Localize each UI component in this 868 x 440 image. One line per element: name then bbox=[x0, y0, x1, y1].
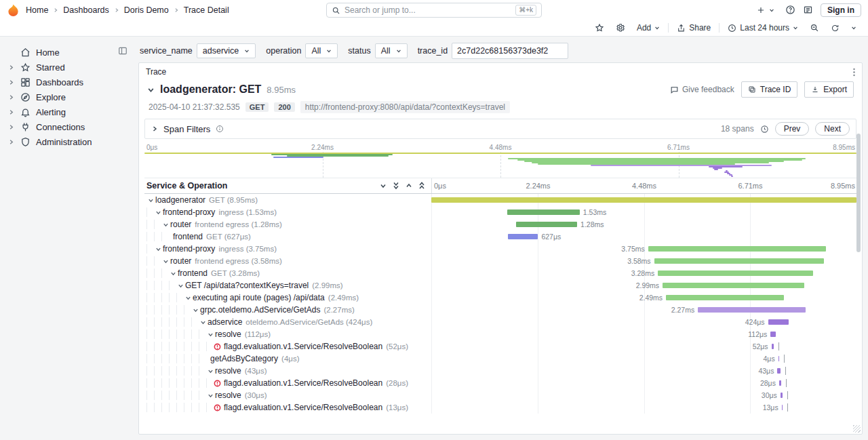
scrollbar-thumb[interactable] bbox=[856, 134, 861, 252]
collapse-trace-icon[interactable] bbox=[147, 86, 155, 94]
span-row[interactable]: getAdsByCategory(4μs)4μs bbox=[144, 353, 856, 365]
scrollbar[interactable] bbox=[856, 134, 861, 428]
sidebar-item-administration[interactable]: Administration bbox=[7, 134, 130, 149]
give-feedback-link[interactable]: Give feedback bbox=[670, 85, 734, 94]
breadcrumb-dashboard-name[interactable]: Doris Demo bbox=[124, 5, 169, 15]
prev-span-button[interactable]: Prev bbox=[775, 122, 810, 136]
span-row[interactable]: routerfrontend egress (1.28ms)1.28ms bbox=[144, 218, 856, 231]
panel-resize-handle[interactable] bbox=[853, 425, 861, 433]
share-button[interactable]: Share bbox=[673, 22, 714, 34]
star-icon[interactable] bbox=[591, 22, 608, 34]
chevron-down-icon[interactable] bbox=[154, 209, 163, 216]
minimap-canvas[interactable] bbox=[144, 152, 856, 178]
span-row[interactable]: frontendGET (3.28ms)3.28ms bbox=[144, 267, 856, 279]
span-row[interactable]: frontend-proxyingress (3.75ms)3.75ms bbox=[144, 243, 856, 255]
help-icon[interactable] bbox=[785, 5, 795, 15]
span-bar[interactable] bbox=[777, 368, 780, 374]
status-select[interactable]: All bbox=[375, 43, 408, 58]
span-bar[interactable] bbox=[772, 344, 774, 349]
chevron-right-icon[interactable] bbox=[8, 79, 15, 85]
span-bar[interactable] bbox=[663, 283, 804, 288]
chevron-down-icon[interactable] bbox=[199, 319, 208, 325]
trace-id-button[interactable]: Trace ID bbox=[741, 81, 798, 98]
refresh-interval-dropdown[interactable] bbox=[848, 24, 860, 32]
new-menu-button[interactable] bbox=[753, 4, 778, 16]
span-bar[interactable] bbox=[781, 393, 783, 398]
news-icon[interactable] bbox=[803, 5, 813, 15]
span-row[interactable]: routerfrontend egress (3.58ms)3.58ms bbox=[144, 255, 856, 267]
next-span-button[interactable]: Next bbox=[815, 122, 850, 136]
add-dropdown-button[interactable]: Add bbox=[633, 22, 663, 34]
span-bar[interactable] bbox=[648, 246, 827, 252]
span-row[interactable]: resolve(112μs)112μs bbox=[144, 328, 856, 340]
span-bar[interactable] bbox=[654, 258, 825, 264]
operation-select[interactable]: All bbox=[305, 43, 338, 58]
span-bar[interactable] bbox=[768, 319, 789, 325]
span-row[interactable]: adserviceoteldemo.AdService/GetAds (424μ… bbox=[144, 316, 856, 328]
service-name-select[interactable]: adservice bbox=[197, 43, 256, 58]
breadcrumb-dashboards[interactable]: Dashboards bbox=[63, 5, 108, 15]
expand-all-icon[interactable] bbox=[418, 182, 425, 190]
span-bar[interactable] bbox=[770, 332, 776, 337]
span-bar[interactable] bbox=[508, 234, 538, 239]
chevron-down-icon[interactable] bbox=[176, 283, 185, 289]
span-filters-section[interactable]: Span Filters 18 spans Prev Next bbox=[144, 119, 856, 139]
sidebar-item-connections[interactable]: Connections bbox=[7, 119, 130, 134]
grafana-logo[interactable] bbox=[7, 3, 20, 16]
span-bar[interactable] bbox=[431, 197, 856, 203]
chevron-right-icon[interactable] bbox=[8, 64, 15, 71]
span-row[interactable]: resolve(43μs)43μs bbox=[144, 365, 856, 377]
sidebar-item-dashboards[interactable]: Dashboards bbox=[7, 75, 130, 89]
span-row[interactable]: frontend-proxyingress (1.53ms)1.53ms bbox=[144, 206, 856, 218]
span-bar[interactable] bbox=[698, 307, 806, 313]
span-bar[interactable] bbox=[516, 222, 577, 227]
span-row[interactable]: frontendGET (627μs)627μs bbox=[144, 231, 856, 243]
span-row[interactable]: flagd.evaluation.v1.Service/ResolveBoole… bbox=[144, 401, 856, 414]
sign-in-button[interactable]: Sign in bbox=[821, 3, 861, 17]
span-row[interactable]: resolve(30μs)30μs bbox=[144, 389, 856, 401]
chevron-down-icon[interactable] bbox=[169, 271, 178, 277]
expand-one-icon[interactable] bbox=[406, 182, 412, 189]
time-range-picker[interactable]: Last 24 hours bbox=[724, 22, 802, 34]
dashboard-settings-icon[interactable] bbox=[612, 22, 629, 34]
trace-minimap[interactable]: 0μs2.24ms4.48ms6.71ms8.95ms bbox=[144, 143, 856, 178]
sidebar-item-alerting[interactable]: Alerting bbox=[7, 104, 130, 119]
span-bar[interactable] bbox=[779, 380, 781, 386]
chevron-down-icon[interactable] bbox=[146, 197, 155, 203]
span-bar[interactable] bbox=[782, 405, 783, 410]
sidebar-item-home[interactable]: Home bbox=[7, 45, 130, 60]
zoom-out-time-icon[interactable] bbox=[806, 22, 823, 34]
span-bar[interactable] bbox=[778, 356, 780, 361]
span-row[interactable]: GET /api/data?contextKeys=travel(2.99ms)… bbox=[144, 279, 856, 292]
chevron-down-icon[interactable] bbox=[191, 307, 200, 313]
span-bar[interactable] bbox=[666, 295, 784, 300]
chevron-right-icon[interactable] bbox=[8, 109, 15, 115]
chevron-down-icon[interactable] bbox=[184, 295, 193, 301]
sidebar-item-explore[interactable]: Explore bbox=[7, 89, 130, 104]
collapse-one-icon[interactable] bbox=[380, 182, 387, 189]
chevron-down-icon[interactable] bbox=[154, 246, 163, 252]
chevron-down-icon[interactable] bbox=[161, 222, 170, 228]
chevron-down-icon[interactable] bbox=[161, 258, 170, 264]
chevron-right-icon[interactable] bbox=[8, 124, 15, 130]
dock-sidebar-icon[interactable] bbox=[118, 46, 127, 56]
history-icon[interactable] bbox=[760, 125, 769, 134]
collapse-all-icon[interactable] bbox=[393, 182, 399, 190]
chevron-right-icon[interactable] bbox=[8, 139, 15, 145]
panel-menu-icon[interactable] bbox=[853, 68, 855, 77]
span-row[interactable]: executing api route (pages) /api/data(2.… bbox=[144, 292, 856, 304]
span-bar[interactable] bbox=[658, 271, 813, 276]
export-button[interactable]: Export bbox=[804, 81, 854, 98]
breadcrumb-home[interactable]: Home bbox=[26, 5, 48, 15]
trace-id-input[interactable] bbox=[452, 43, 568, 59]
span-row[interactable]: flagd.evaluation.v1.Service/ResolveBoole… bbox=[144, 377, 856, 389]
span-row[interactable]: flagd.evaluation.v1.Service/ResolveBoole… bbox=[144, 340, 856, 353]
chevron-down-icon[interactable] bbox=[206, 332, 215, 338]
refresh-icon[interactable] bbox=[827, 22, 843, 34]
search-input[interactable]: Search or jump to... ⌘+k bbox=[326, 3, 542, 18]
chevron-right-icon[interactable] bbox=[8, 94, 15, 100]
span-row[interactable]: grpc.oteldemo.AdService/GetAds(2.27ms)2.… bbox=[144, 304, 856, 316]
chevron-down-icon[interactable] bbox=[206, 368, 215, 374]
chevron-down-icon[interactable] bbox=[206, 393, 215, 399]
span-row[interactable]: loadgeneratorGET (8.95ms) bbox=[144, 194, 856, 206]
